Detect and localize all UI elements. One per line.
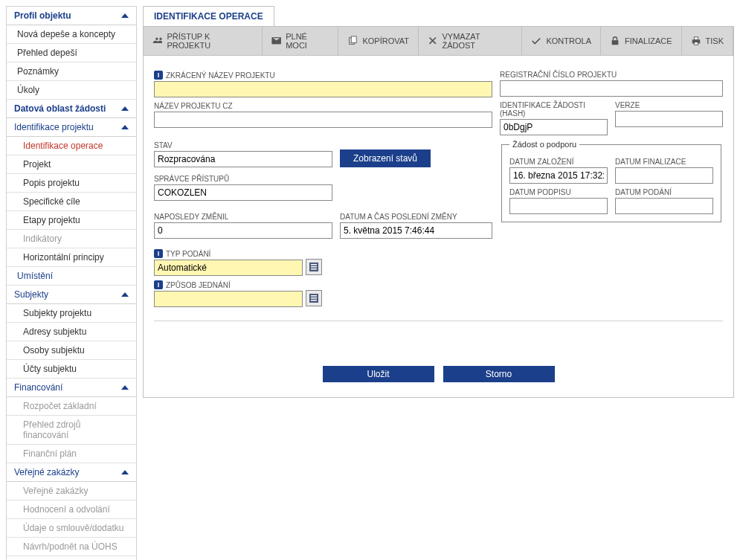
sidebar-header-financovani[interactable]: Financování — [7, 379, 136, 397]
label-datum-podani: DATUM PODÁNÍ — [615, 188, 713, 196]
check-icon — [531, 36, 541, 46]
input-stav — [154, 151, 332, 167]
form-content: i ZKRÁCENÝ NÁZEV PROJEKTU NÁZEV PROJEKTU… — [143, 56, 734, 398]
people-icon — [152, 36, 162, 46]
sidebar-item-poznamky[interactable]: Poznámky — [7, 62, 136, 81]
label-stav: STAV — [154, 141, 332, 149]
toolbar-tisk[interactable]: TISK — [682, 27, 733, 55]
input-naposledy-zmenil — [154, 222, 332, 239]
input-zkraceny-nazev[interactable] — [154, 81, 492, 97]
mail-icon — [271, 36, 281, 46]
toolbar-vymazat-label: VYMAZAT ŽÁDOST — [442, 32, 512, 50]
svg-rect-11 — [311, 295, 317, 297]
label-typ-podani: i TYP PODÁNÍ — [154, 249, 492, 258]
sidebar-item-ukoly[interactable]: Úkoly — [7, 81, 136, 100]
toolbar-kontrola[interactable]: KONTROLA — [522, 27, 601, 55]
sidebar-header-data[interactable]: Datová oblast žádosti — [7, 100, 136, 118]
input-datum-finalizace — [615, 167, 713, 184]
sidebar-item-udaje-smlouva[interactable]: Údaje o smlouvě/dodatku — [7, 519, 136, 538]
sidebar-item-subjekty-projektu[interactable]: Subjekty projektu — [7, 304, 136, 323]
picker-typ-podani[interactable] — [306, 259, 322, 275]
input-typ-podani[interactable] — [154, 260, 303, 276]
list-icon — [309, 294, 318, 303]
sidebar-item-etapy-projektu[interactable]: Etapy projektu — [7, 211, 136, 230]
sidebar-header-ident-label: Identifikace projektu — [14, 122, 94, 132]
toolbar-kopirovat-label: KOPÍROVAT — [362, 36, 409, 45]
toolbar-finalizace-label: FINALIZACE — [625, 36, 672, 45]
sidebar-item-specificke-cile[interactable]: Specifické cíle — [7, 193, 136, 211]
toolbar-vymazat[interactable]: VYMAZAT ŽÁDOST — [419, 27, 522, 55]
input-datum-podpisu — [509, 198, 608, 214]
sidebar-item-adresy-subjektu[interactable]: Adresy subjektu — [7, 323, 136, 341]
input-datum-zmeny — [340, 222, 492, 239]
sidebar-item-popis-projektu[interactable]: Popis projektu — [7, 174, 136, 193]
chevron-up-icon — [121, 470, 129, 474]
sidebar-item-ucty-subjektu[interactable]: Účty subjektu — [7, 360, 136, 379]
svg-rect-4 — [694, 37, 698, 40]
required-icon: i — [154, 71, 163, 80]
sidebar-item-osoby-subjektu[interactable]: Osoby subjektu — [7, 341, 136, 360]
sidebar-item-horizontalni-principy[interactable]: Horizontální principy — [7, 248, 136, 267]
label-reg-cislo: REGISTRAČNÍ ČÍSLO PROJEKTU — [500, 71, 723, 79]
label-spravce: SPRÁVCE PŘÍSTUPŮ — [154, 175, 492, 183]
button-ulozit[interactable]: Uložit — [323, 366, 434, 382]
tab-identifikace-operace[interactable]: IDENTIFIKACE OPERACE — [143, 6, 274, 26]
chevron-up-icon — [121, 125, 129, 129]
input-reg-cislo — [500, 80, 723, 97]
sidebar-item-prehled-zdroju[interactable]: Přehled zdrojů financování — [7, 416, 136, 445]
label-verze: VERZE — [615, 101, 723, 109]
sidebar-header-subjekty[interactable]: Subjekty — [7, 286, 136, 304]
label-datum-finalizace: DATUM FINALIZACE — [615, 158, 713, 166]
sidebar-item-rozpocet[interactable]: Rozpočet základní — [7, 397, 136, 416]
toolbar: PŘÍSTUP K PROJEKTU PLNÉ MOCI KOPÍROVAT V… — [143, 26, 734, 56]
sidebar-item-identifikace-operace[interactable]: Identifikace operace — [7, 137, 136, 155]
sidebar-item-prilohy[interactable]: Přiložené dokumenty — [7, 556, 136, 560]
list-icon — [309, 263, 318, 271]
sidebar-item-vz[interactable]: Veřejné zakázky — [7, 482, 136, 501]
toolbar-plne-moci-label: PLNÉ MOCI — [286, 32, 329, 50]
main-panel: IDENTIFIKACE OPERACE PŘÍSTUP K PROJEKTU … — [143, 6, 734, 560]
label-zkraceny: i ZKRÁCENÝ NÁZEV PROJEKTU — [154, 71, 492, 80]
toolbar-kontrola-label: KONTROLA — [546, 36, 591, 45]
svg-rect-7 — [311, 264, 317, 265]
input-nazev-cz[interactable] — [154, 112, 492, 128]
delete-icon — [428, 36, 437, 46]
sidebar-item-indikatory[interactable]: Indikátory — [7, 230, 136, 248]
input-zpusob-jednani[interactable] — [154, 291, 303, 307]
toolbar-tisk-label: TISK — [706, 36, 724, 45]
toolbar-pristup-label: PŘÍSTUP K PROJEKTU — [167, 32, 252, 50]
separator — [154, 321, 723, 321]
sidebar-header-profile[interactable]: Profil objektu — [7, 7, 136, 25]
sidebar-item-nova-depese[interactable]: Nová depeše a koncepty — [7, 25, 136, 44]
sidebar-item-umisteni[interactable]: Umístění — [7, 267, 136, 286]
button-zobrazeni-stavu[interactable]: Zobrazení stavů — [340, 149, 431, 167]
picker-zpusob-jednani[interactable] — [306, 290, 322, 306]
label-nazev-cz: NÁZEV PROJEKTU CZ — [154, 102, 492, 110]
sidebar-item-prehled-depesi[interactable]: Přehled depeší — [7, 44, 136, 62]
button-storno[interactable]: Storno — [443, 366, 555, 382]
sidebar-item-projekt[interactable]: Projekt — [7, 155, 136, 174]
lock-icon — [610, 36, 620, 46]
sidebar-item-hodnoceni[interactable]: Hodnocení a odvolání — [7, 501, 136, 519]
toolbar-kopirovat[interactable]: KOPÍROVAT — [338, 27, 419, 55]
chevron-up-icon — [121, 13, 129, 18]
copy-icon — [347, 36, 358, 46]
toolbar-pristup[interactable]: PŘÍSTUP K PROJEKTU — [144, 27, 263, 55]
input-verze — [615, 111, 723, 127]
required-icon: i — [154, 280, 163, 289]
label-datum-zmeny: DATUM A ČAS POSLEDNÍ ZMĚNY — [340, 213, 492, 221]
label-datum-podpisu: DATUM PODPISU — [509, 188, 608, 196]
toolbar-plne-moci[interactable]: PLNÉ MOCI — [263, 27, 339, 55]
sidebar-header-ident[interactable]: Identifikace projektu — [7, 118, 136, 137]
label-naposledy-zmenil: NAPOSLEDY ZMĚNIL — [154, 213, 332, 221]
toolbar-finalizace[interactable]: FINALIZACE — [601, 27, 682, 55]
sidebar-item-financni-plan[interactable]: Finanční plán — [7, 445, 136, 463]
svg-rect-12 — [311, 297, 317, 299]
sidebar-header-vz[interactable]: Veřejné zakázky — [7, 463, 136, 482]
sidebar-item-navrh-uohs[interactable]: Návrh/podnět na ÚOHS — [7, 538, 136, 556]
chevron-up-icon — [121, 385, 129, 390]
label-datum-zalozeni: DATUM ZALOŽENÍ — [509, 158, 608, 166]
sidebar-header-vz-label: Veřejné zakázky — [14, 467, 79, 477]
svg-rect-8 — [311, 266, 317, 268]
chevron-up-icon — [121, 292, 129, 297]
